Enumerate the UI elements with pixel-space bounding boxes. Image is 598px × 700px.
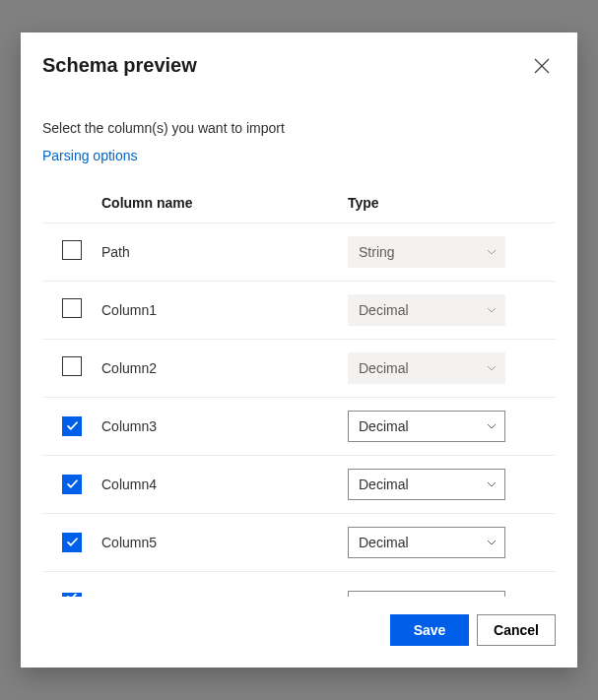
type-select-value: Decimal: [348, 469, 505, 500]
header-checkbox-col: [42, 167, 94, 223]
dialog-header: Schema preview: [21, 32, 577, 81]
close-icon: [534, 58, 550, 74]
header-column-name: Column name: [94, 167, 340, 223]
row-checkbox[interactable]: [62, 533, 82, 552]
close-button[interactable]: [530, 54, 554, 81]
column-name-text: Column5: [101, 535, 157, 550]
cancel-button[interactable]: Cancel: [477, 614, 556, 646]
type-select-value: Decimal: [348, 527, 505, 558]
type-select-value: String: [348, 236, 505, 268]
header-type: Type: [340, 167, 556, 223]
table-row: Column5Decimal: [42, 514, 556, 572]
column-name-text: Column2: [101, 360, 157, 376]
columns-table: Column name Type PathStringColumn1Decima…: [42, 167, 556, 597]
table-row: Column4Decimal: [42, 456, 556, 514]
type-select[interactable]: Decimal: [348, 527, 505, 558]
table-header-row: Column name Type: [42, 167, 556, 223]
table-row: Column1Decimal: [42, 282, 556, 340]
row-checkbox[interactable]: [62, 240, 82, 260]
instruction-text: Select the column(s) you want to import: [42, 120, 556, 136]
table-row: [42, 572, 556, 598]
save-button[interactable]: Save: [390, 614, 469, 646]
row-checkbox[interactable]: [62, 298, 82, 318]
type-select[interactable]: Decimal: [348, 411, 505, 442]
column-name-text: Column3: [101, 418, 157, 434]
type-select[interactable]: Decimal: [348, 469, 505, 500]
type-select[interactable]: [348, 591, 505, 597]
row-checkbox[interactable]: [62, 356, 82, 376]
row-checkbox[interactable]: [62, 416, 82, 436]
column-name-text: Column1: [101, 302, 157, 318]
table-body: PathStringColumn1DecimalColumn2DecimalCo…: [42, 223, 556, 598]
type-select: Decimal: [348, 352, 505, 384]
schema-preview-dialog: Schema preview Select the column(s) you …: [21, 32, 577, 668]
parsing-options-link[interactable]: Parsing options: [42, 148, 556, 163]
dialog-footer: Save Cancel: [21, 597, 577, 668]
dialog-body: Select the column(s) you want to import …: [21, 81, 577, 597]
type-select-value: Decimal: [348, 352, 505, 384]
type-select: String: [348, 236, 505, 268]
table-row: PathString: [42, 223, 556, 282]
table-scroll-area[interactable]: Column name Type PathStringColumn1Decima…: [42, 167, 560, 597]
column-name-text: Column4: [101, 477, 157, 492]
table-row: Column2Decimal: [42, 340, 556, 398]
column-name-text: Path: [101, 244, 130, 260]
dialog-title: Schema preview: [42, 54, 197, 77]
table-row: Column3Decimal: [42, 398, 556, 456]
type-select-value: Decimal: [348, 411, 505, 442]
type-select-value: Decimal: [348, 294, 505, 326]
type-select: Decimal: [348, 294, 505, 326]
row-checkbox[interactable]: [62, 475, 82, 494]
